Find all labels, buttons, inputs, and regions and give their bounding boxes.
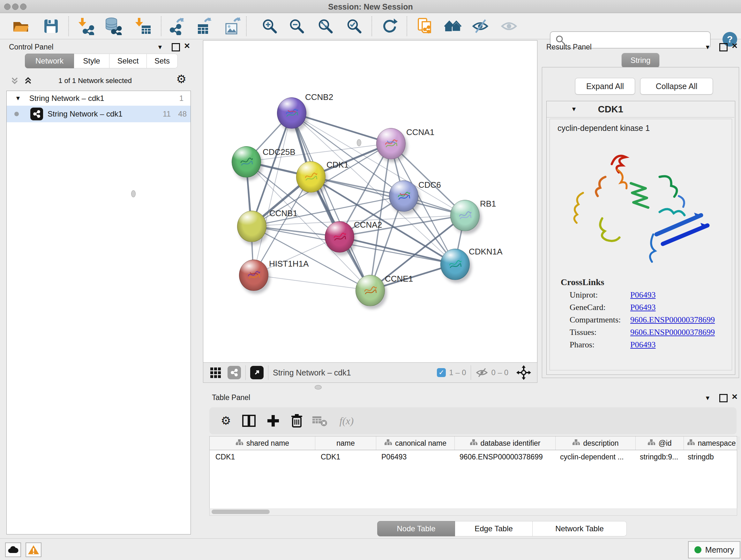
- float-panel-icon[interactable]: [719, 394, 728, 402]
- tab-network-table[interactable]: Network Table: [533, 521, 627, 537]
- tab-string[interactable]: String: [622, 53, 659, 68]
- zoom-selected-icon[interactable]: [345, 17, 363, 36]
- node-cdk1[interactable]: [296, 161, 326, 192]
- crosslink-link[interactable]: 9606.ENSP00000378699: [630, 327, 732, 337]
- zoom-out-icon[interactable]: [287, 17, 306, 36]
- control-panel-title: Control Panel: [9, 43, 53, 51]
- float-panel-icon[interactable]: [172, 43, 180, 51]
- node-cdc25b[interactable]: [232, 146, 261, 178]
- tab-network[interactable]: Network: [25, 54, 74, 68]
- close-panel-icon[interactable]: ✕: [731, 42, 738, 51]
- table-cell[interactable]: CDK1: [210, 450, 315, 463]
- show-columns-icon[interactable]: [240, 412, 258, 430]
- add-column-icon[interactable]: [264, 412, 282, 430]
- hide-selected-icon[interactable]: [471, 17, 489, 36]
- table-options-gear-icon[interactable]: ⚙: [217, 412, 235, 430]
- table-cell[interactable]: stringdb:9...: [634, 450, 682, 463]
- node-cdkn1a[interactable]: [441, 249, 470, 280]
- column-header-name[interactable]: name: [315, 436, 376, 450]
- tab-node-table[interactable]: Node Table: [377, 521, 455, 537]
- delete-column-icon[interactable]: [288, 412, 306, 430]
- node-ccnb1[interactable]: [237, 211, 266, 242]
- fit-selected-crosshair-icon[interactable]: [516, 365, 531, 380]
- splitter-handle[interactable]: [357, 139, 361, 146]
- tab-style[interactable]: Style: [74, 54, 110, 68]
- table-cell[interactable]: P06493: [376, 450, 454, 463]
- refresh-view-icon[interactable]: [380, 17, 399, 36]
- control-panel-tabs: NetworkStyleSelectSets: [25, 54, 178, 68]
- crosslink-link[interactable]: P06493: [630, 340, 732, 350]
- splitter-handle[interactable]: [315, 385, 322, 389]
- duplicate-network-icon[interactable]: [415, 17, 434, 36]
- delete-table-icon[interactable]: [311, 412, 329, 430]
- column-label: database identifier: [481, 439, 541, 448]
- import-network-database-icon[interactable]: [104, 17, 123, 36]
- column-header-database-identifier[interactable]: database identifier: [455, 436, 556, 450]
- column-header-description[interactable]: description: [556, 436, 636, 450]
- node-label-hist1h1a: HIST1H1A: [269, 259, 309, 269]
- scrollbar-thumb[interactable]: [212, 509, 270, 514]
- column-header-shared-name[interactable]: shared name: [210, 436, 315, 450]
- node-ccna1[interactable]: [376, 128, 406, 159]
- save-session-icon[interactable]: [42, 17, 60, 36]
- panel-menu-icon[interactable]: ▼: [704, 44, 711, 51]
- node-result-header[interactable]: ▼ CDK1: [547, 101, 734, 118]
- show-selected-icon[interactable]: [500, 17, 518, 36]
- column-header-id[interactable]: @id: [636, 436, 684, 450]
- cloud-status-button[interactable]: [5, 543, 21, 557]
- show-all-views-icon[interactable]: [444, 17, 462, 36]
- table-cell[interactable]: 9606.ENSP00000378699: [454, 450, 554, 463]
- node-hist1h1a[interactable]: [239, 260, 268, 291]
- close-panel-icon[interactable]: ✕: [731, 392, 738, 401]
- collection-expand-icon[interactable]: ▼: [15, 95, 21, 102]
- tab-select[interactable]: Select: [110, 54, 147, 68]
- network-row-selected[interactable]: String Network – cdk1 11 48: [7, 106, 191, 122]
- crosslink-link[interactable]: P06493: [630, 290, 732, 300]
- tab-edge-table[interactable]: Edge Table: [455, 521, 533, 537]
- network-collection-row[interactable]: ▼ String Network – cdk1 1: [7, 91, 191, 106]
- selected-nodes-checkbox-icon[interactable]: ✓: [437, 368, 446, 377]
- warnings-button[interactable]: [25, 543, 42, 557]
- panel-menu-icon[interactable]: ▼: [704, 395, 711, 401]
- import-network-file-icon[interactable]: [77, 17, 95, 36]
- node-ccne1[interactable]: [355, 275, 385, 306]
- expand-all-tree-icon[interactable]: [10, 76, 20, 85]
- grid-view-icon[interactable]: [210, 366, 222, 379]
- zoom-fit-icon[interactable]: [316, 17, 335, 36]
- table-cell[interactable]: CDK1: [315, 450, 376, 463]
- collapse-entry-icon[interactable]: ▼: [571, 106, 577, 113]
- zoom-in-icon[interactable]: [260, 17, 279, 36]
- panel-menu-icon[interactable]: ▼: [157, 44, 163, 51]
- crosslink-link[interactable]: 9606.ENSP00000378699: [630, 315, 732, 325]
- tab-sets[interactable]: Sets: [147, 54, 178, 68]
- single-view-icon[interactable]: [227, 366, 241, 379]
- node-table[interactable]: shared namenamecanonical namedatabase id…: [209, 436, 737, 509]
- float-panel-icon[interactable]: [719, 43, 728, 51]
- collapse-all-tree-icon[interactable]: [23, 76, 34, 85]
- splitter-handle[interactable]: [131, 190, 136, 197]
- table-row[interactable]: CDK1CDK1P064939606.ENSP00000378699cyclin…: [210, 450, 737, 463]
- open-session-icon[interactable]: [11, 17, 30, 36]
- node-cdc6[interactable]: [389, 180, 418, 212]
- expand-all-button[interactable]: Expand All: [575, 78, 635, 95]
- detach-view-icon[interactable]: [250, 366, 264, 379]
- memory-button[interactable]: Memory: [688, 541, 740, 558]
- network-options-gear-icon[interactable]: ⚙: [176, 73, 186, 85]
- collapse-all-button[interactable]: Collapse All: [640, 78, 713, 95]
- table-cell[interactable]: stringdb: [682, 450, 737, 463]
- import-table-file-icon[interactable]: [134, 17, 152, 36]
- column-header-namespace[interactable]: namespace: [684, 436, 739, 450]
- function-builder-icon[interactable]: f(x): [334, 412, 359, 430]
- node-rb1[interactable]: [450, 200, 480, 231]
- node-ccnb2[interactable]: [277, 98, 307, 129]
- export-image-icon[interactable]: [224, 17, 242, 36]
- column-header-canonical-name[interactable]: canonical name: [376, 436, 455, 450]
- close-panel-icon[interactable]: ✕: [184, 42, 190, 51]
- export-table-icon[interactable]: [195, 17, 213, 36]
- horizontal-scrollbar[interactable]: [209, 508, 737, 516]
- node-ccna2[interactable]: [325, 221, 354, 253]
- table-cell[interactable]: cyclin-dependent ...: [554, 450, 634, 463]
- export-network-icon[interactable]: [168, 17, 186, 36]
- network-canvas[interactable]: CCNB2CCNA1CDC25BCDK1CDC6RB1CCNB1CCNA2CDK…: [203, 40, 537, 363]
- crosslink-link[interactable]: P06493: [630, 303, 732, 312]
